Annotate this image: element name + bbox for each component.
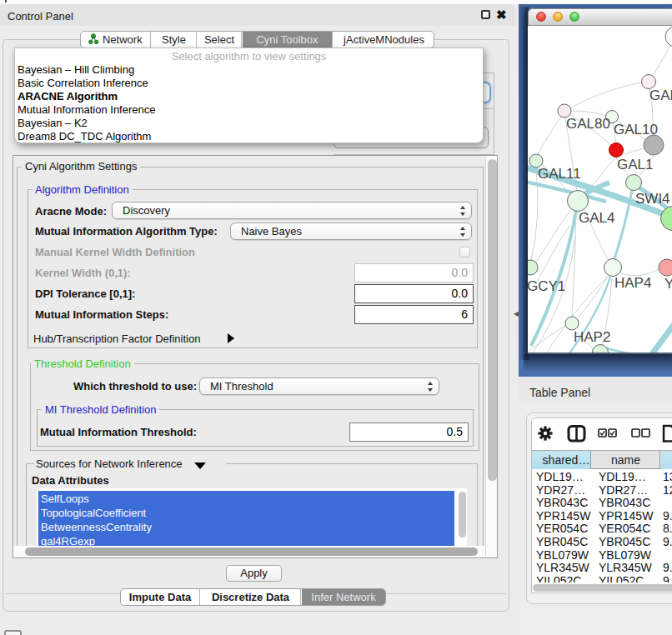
svg-text:GAL80: GAL80 (566, 116, 610, 132)
svg-text:HAP4: HAP4 (614, 275, 651, 291)
svg-text:GCY1: GCY1 (528, 278, 565, 294)
svg-text:GAL7: GAL7 (649, 88, 672, 103)
svg-text:GAL4: GAL4 (579, 210, 614, 226)
svg-text:GAL11: GAL11 (538, 166, 581, 182)
svg-text:GAL1: GAL1 (617, 157, 653, 172)
svg-text:Y: Y (664, 276, 672, 292)
svg-text:HAP2: HAP2 (574, 329, 610, 345)
svg-text:SWI4: SWI4 (635, 191, 670, 207)
svg-text:GAL10: GAL10 (614, 122, 658, 138)
